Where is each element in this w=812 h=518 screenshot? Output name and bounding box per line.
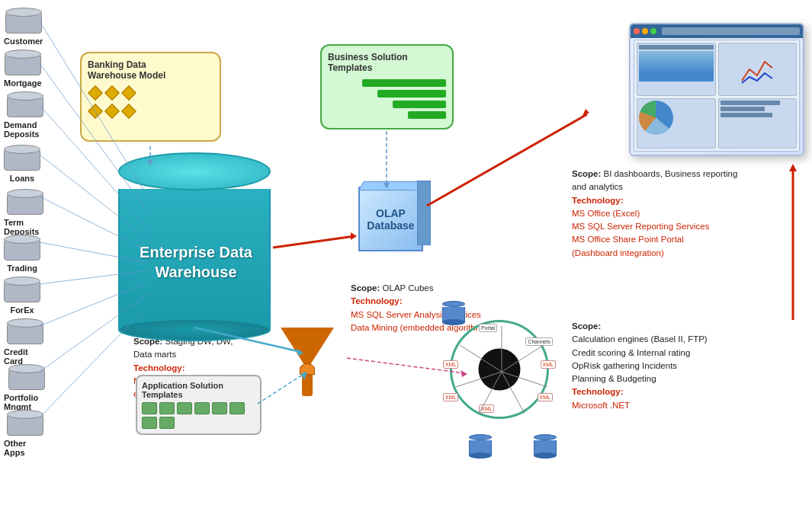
edw-top xyxy=(118,152,271,190)
small-db-icon2 xyxy=(469,434,492,459)
scope-bi-tech-item1: MS Office (Excel) xyxy=(572,209,640,218)
scope-calc-panel: Scope: Calculation engines (Basel II, FT… xyxy=(572,320,708,412)
scope-calc-text2: Credit scoring & Internal rating xyxy=(572,348,690,357)
cylinder-mortgage: Mortgage xyxy=(4,50,42,88)
svg-marker-17 xyxy=(583,109,589,116)
banking-box-title: Banking Data Warehouse Model xyxy=(88,59,213,81)
cylinder-demand-deposits: Demand Deposits xyxy=(4,91,46,139)
cylinder-loans: Loans xyxy=(4,145,40,183)
small-db-icon3 xyxy=(534,434,557,459)
scope-calc-text1: Calculation engines (Basel II, FTP) xyxy=(572,334,708,344)
svg-marker-19 xyxy=(789,164,797,171)
scope-olap-prefix: Scope: xyxy=(351,283,380,293)
svg-line-14 xyxy=(273,236,355,248)
business-solutions-box: Business Solution Templates xyxy=(320,44,454,130)
svg-line-32 xyxy=(460,345,502,372)
cylinder-forex: ForEx xyxy=(4,277,40,315)
app-solution-box: Application Solution Templates xyxy=(136,375,262,435)
svg-line-16 xyxy=(427,114,587,206)
cylinder-customer: Customer xyxy=(4,8,43,46)
cyl-label-customer: Customer xyxy=(4,37,43,46)
green-bars-icon xyxy=(328,79,446,119)
cylinder-other-apps: Other Apps xyxy=(4,410,46,457)
scope-bi-panel: Scope: BI dashboards, Business reporting… xyxy=(572,168,737,260)
cylinder-term-deposits: Term Deposits xyxy=(4,189,46,236)
edw-bottom xyxy=(118,318,271,341)
scope-bi-tech-item2: MS SQL Server Reporting Services xyxy=(572,222,709,231)
scope-calc-tech-label: Technology: xyxy=(572,387,624,396)
small-db-icon1 xyxy=(442,301,465,325)
scope-calc-text3: OpRisk gathering Incidents xyxy=(572,361,677,370)
node-diagram xyxy=(88,85,213,119)
scope-olap-tech-label: Technology: xyxy=(351,296,403,305)
cylinder-portfolio: Portfolio Mngmt xyxy=(4,364,50,411)
network-cluster: Portal Channels XML XML XML XML XML xyxy=(450,320,557,427)
scope-staging-tech-label: Technology: xyxy=(133,363,185,373)
cylinder-trading: Trading xyxy=(4,235,40,273)
banking-box: Banking Data Warehouse Model xyxy=(80,52,221,142)
cyl-top-customer xyxy=(5,8,42,17)
app-icons-grid xyxy=(142,402,255,429)
business-solutions-title: Business Solution Templates xyxy=(328,52,446,73)
app-solution-title: Application Solution Templates xyxy=(142,381,255,399)
olap-cube: OLAPDatabase xyxy=(347,175,431,267)
scope-calc-tech-item: Microsoft .NET xyxy=(572,401,630,410)
scope-calc-text4: Planning & Budgeting xyxy=(572,374,656,383)
scope-bi-tech-item3: MS Office Share Point Portal(Dashboard i… xyxy=(572,235,684,257)
scope-bi-prefix: Scope: xyxy=(572,169,601,178)
scope-calc-prefix: Scope: xyxy=(572,321,601,331)
cylinder-credit-card: Credit Card xyxy=(4,318,46,366)
scope-bi-tech-label: Technology: xyxy=(572,196,624,205)
etl-icon xyxy=(281,328,334,404)
edw-label: Enterprise Data Warehouse xyxy=(120,227,272,282)
scope-olap-text: OLAP Cubes xyxy=(383,283,434,293)
edw-body: Enterprise Data Warehouse xyxy=(118,189,271,330)
svg-line-27 xyxy=(502,345,544,372)
edw-cylinder: Enterprise Data Warehouse xyxy=(118,152,271,335)
screenshot-mock xyxy=(629,23,804,156)
